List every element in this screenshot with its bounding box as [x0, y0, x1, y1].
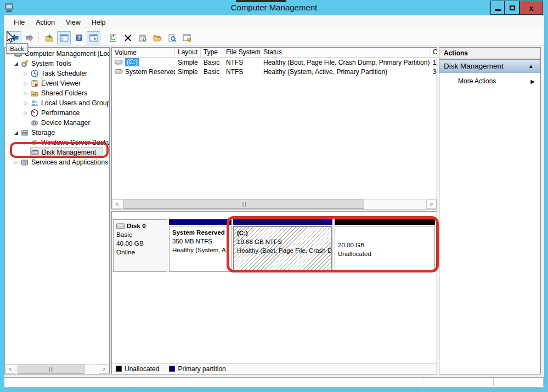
volume-row-c[interactable]: (C:)SimpleBasicNTFSHealthy (Boot, Page F… — [112, 58, 437, 67]
svg-text:?: ? — [77, 34, 80, 41]
tree-item-label: Shared Folders — [41, 89, 87, 97]
volume-row-system-reserved[interactable]: System ReservedSimpleBasicNTFSHealthy (S… — [112, 67, 437, 76]
actions-group-disk-management[interactable]: Disk Management ▲ — [439, 60, 540, 73]
volume-status: Healthy (Boot, Page File, Crash Dump, Pr… — [261, 59, 430, 66]
legend-label: Unallocated — [125, 365, 159, 373]
task-scheduler-icon — [30, 69, 39, 78]
disk-name: Disk 0 — [127, 221, 146, 230]
local-users-and-groups-icon — [30, 99, 39, 107]
volume-file-system: NTFS — [223, 68, 261, 76]
back-button[interactable] — [8, 31, 21, 44]
expander-icon[interactable]: ▷ — [21, 140, 30, 145]
partition-status: Unallocated — [338, 249, 432, 258]
tree-item-storage[interactable]: Storage — [5, 128, 109, 138]
column-header-type[interactable]: Type — [201, 48, 223, 58]
partition-unallocated[interactable]: 20.00 GBUnallocated — [335, 219, 435, 272]
column-header-c[interactable]: C — [430, 48, 437, 58]
status-bar-divider — [493, 378, 494, 387]
open-button[interactable] — [150, 31, 164, 44]
legend-swatch — [116, 366, 122, 372]
expander-icon[interactable]: ▷ — [21, 111, 30, 116]
tree-item-label: Windows Server Backup — [41, 139, 109, 146]
partition-status: Healthy (System, A — [172, 246, 228, 254]
delete-button[interactable] — [121, 31, 134, 44]
tree-item-event-viewer[interactable]: ▷Event Viewer — [5, 78, 109, 88]
scroll-left-arrow-icon[interactable]: < — [5, 365, 15, 374]
tree-item-windows-server-backup[interactable]: ▷Windows Server Backup — [5, 138, 109, 147]
more-actions-label: More Actions — [458, 77, 496, 85]
disk-management-icon — [31, 148, 39, 157]
find-button[interactable] — [165, 31, 179, 44]
export-list-icon — [44, 33, 54, 43]
volume-list-panel: VolumeLayoutTypeFile SystemStatusC (C:)S… — [111, 47, 437, 209]
console-settings-button[interactable] — [180, 31, 194, 44]
export-list-button[interactable] — [42, 31, 56, 44]
menu-view[interactable]: View — [60, 16, 86, 29]
volume-list-header: VolumeLayoutTypeFile SystemStatusC — [112, 48, 437, 58]
volume-list-rows: (C:)SimpleBasicNTFSHealthy (Boot, Page F… — [112, 58, 437, 76]
collapse-arrow-icon[interactable]: ▲ — [528, 63, 534, 69]
expander-icon[interactable]: ▷ — [12, 160, 20, 165]
scroll-left-arrow-icon[interactable]: < — [112, 200, 122, 209]
partition-system-reserved[interactable]: System Reserved350 MB NTFSHealthy (Syste… — [169, 219, 231, 272]
partition-c[interactable]: (C:)19.66 GB NTFSHealthy (Boot, Page Fil… — [233, 219, 332, 272]
menu-action[interactable]: Action — [30, 16, 60, 29]
help-button[interactable]: ? — [72, 31, 86, 44]
expander-icon[interactable]: ▷ — [21, 101, 30, 106]
actions-group-title: Disk Management — [444, 62, 504, 70]
forward-button[interactable] — [22, 31, 36, 44]
column-header-file-system[interactable]: File System — [223, 48, 261, 58]
maximize-button[interactable] — [505, 1, 519, 15]
tree-item-local-users-and-groups[interactable]: ▷Local Users and Groups — [5, 98, 109, 108]
tree-item-label: Task Scheduler — [41, 70, 87, 77]
tree-item-task-scheduler[interactable]: ▷Task Scheduler — [5, 69, 109, 78]
submenu-arrow-icon: ▶ — [530, 78, 535, 84]
tree-item-services-and-applications[interactable]: ▷Services and Applications — [5, 157, 109, 167]
show-console-tree-button[interactable] — [57, 31, 71, 44]
expander-icon[interactable] — [12, 62, 20, 66]
scrollbar-thumb[interactable] — [18, 365, 84, 374]
scroll-right-arrow-icon[interactable]: > — [426, 200, 437, 209]
menu-file[interactable]: File — [8, 16, 30, 29]
tree-horizontal-scrollbar[interactable]: < > — [5, 364, 109, 374]
volume-layout: Simple — [175, 68, 201, 76]
menu-help[interactable]: Help — [86, 16, 111, 29]
tree-item-label: Performance — [41, 109, 80, 117]
expander-icon[interactable]: ▷ — [21, 81, 30, 86]
expander-icon[interactable]: ▷ — [21, 91, 30, 96]
volume-name: System Reserved — [125, 68, 175, 76]
storage-icon — [20, 128, 29, 137]
disk0-header[interactable]: Disk 0 Basic 40.00 GB Online — [113, 219, 167, 272]
tree-item-device-manager[interactable]: Device Manager — [5, 118, 109, 128]
scroll-right-arrow-icon[interactable]: > — [99, 365, 109, 374]
partition-size: 19.66 GB NTFS — [237, 237, 329, 246]
tree-item-disk-management[interactable]: Disk Management — [5, 147, 109, 157]
toolbar: ? — [4, 30, 544, 46]
toolbar-separator — [38, 32, 39, 43]
column-header-layout[interactable]: Layout — [175, 48, 201, 58]
tree-item-performance[interactable]: ▷Performance — [5, 108, 109, 118]
volume-layout: Simple — [175, 59, 201, 66]
partition-details: System Reserved350 MB NTFSHealthy (Syste… — [169, 226, 231, 272]
tree-item-label: Disk Management — [42, 149, 96, 156]
column-header-volume[interactable]: Volume — [112, 48, 175, 58]
actions-panel-header: Actions — [439, 48, 540, 60]
scrollbar-thumb[interactable] — [123, 200, 364, 209]
volume-icon — [115, 67, 123, 76]
properties-button[interactable] — [135, 31, 149, 44]
minimize-button[interactable] — [490, 1, 505, 15]
expander-icon[interactable] — [12, 131, 20, 135]
volume-type: Basic — [201, 59, 223, 66]
refresh-button[interactable] — [106, 31, 120, 44]
show-action-pane-button[interactable] — [87, 31, 100, 44]
expander-icon[interactable]: ▷ — [21, 71, 30, 76]
close-button[interactable]: x — [519, 1, 543, 15]
partition-title: System Reserved — [172, 228, 228, 237]
more-actions-item[interactable]: More Actions ▶ — [439, 75, 540, 87]
tree-item-shared-folders[interactable]: ▷Shared Folders — [5, 88, 109, 98]
volume-horizontal-scrollbar[interactable]: < > — [112, 199, 437, 209]
title-bar: Computer Management x — [0, 0, 548, 15]
column-header-status[interactable]: Status — [261, 48, 430, 58]
tree-item-label: Event Viewer — [41, 79, 81, 87]
tree-item-system-tools[interactable]: System Tools — [5, 59, 109, 69]
